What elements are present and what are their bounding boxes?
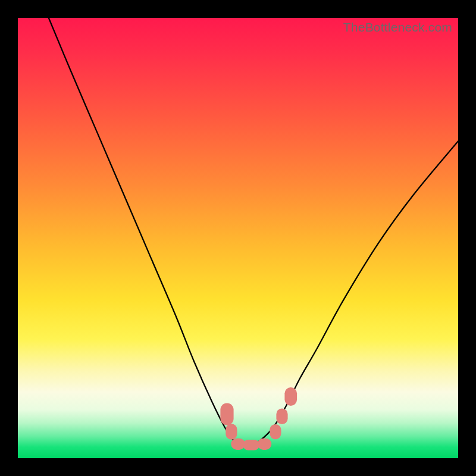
plot-area: TheBottleneck.com (18, 18, 458, 458)
curve-marker (258, 439, 272, 450)
curve-marker (220, 403, 233, 425)
chart-frame: TheBottleneck.com (0, 0, 476, 476)
curve-markers (220, 387, 297, 450)
bottleneck-curve-svg (18, 18, 458, 458)
curve-marker (270, 424, 281, 439)
curve-marker (284, 387, 297, 406)
curve-marker (226, 424, 237, 440)
bottleneck-curve (49, 18, 458, 446)
curve-marker (276, 408, 287, 424)
curve-marker (243, 440, 259, 450)
